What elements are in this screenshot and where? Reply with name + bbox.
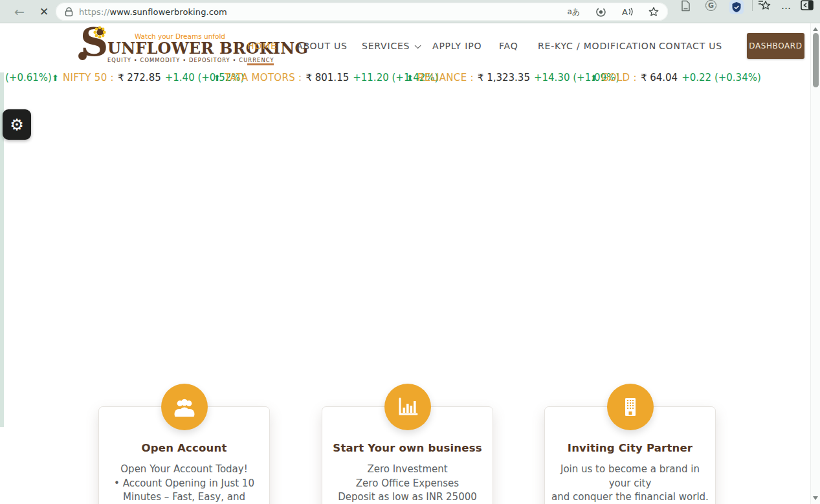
reading-mode-icon[interactable] — [681, 0, 691, 12]
building-icon — [607, 384, 654, 430]
ticker-item-tata-motors: ⬆ TATA MOTORS : ₹ 801.15 +11.20 (+1.42%) — [214, 72, 438, 83]
scrollbar-thumb[interactable] — [813, 33, 819, 87]
sidebar-toggle-icon[interactable] — [801, 0, 814, 10]
up-arrow-icon: ⬆ — [590, 73, 597, 83]
tracking-swirl-icon[interactable] — [595, 6, 606, 17]
lock-icon — [65, 7, 73, 17]
chevron-down-icon — [415, 42, 421, 49]
ticker-item-reliance: ⬆ RELIANCE : ₹ 1,323.35 +14.30 (+1.09%) — [406, 72, 619, 83]
up-arrow-icon: ⬆ — [406, 73, 414, 83]
stop-loading-button[interactable]: ✕ — [35, 0, 53, 23]
nav-item-about-us[interactable]: ABOUT US — [296, 41, 348, 51]
url-host: www.sunflowerbroking.com — [109, 7, 227, 17]
back-button[interactable]: ← — [10, 0, 28, 23]
sunflower-icon — [93, 26, 106, 41]
settings-widget-button[interactable]: ⚙ — [3, 109, 31, 140]
read-aloud-icon[interactable]: A — [622, 7, 633, 17]
nav-item-faq[interactable]: FAQ — [499, 41, 518, 51]
gear-icon: ⚙ — [10, 117, 24, 133]
url-scheme: https:// — [79, 7, 109, 17]
nav-item-rekyc-modification[interactable]: RE-KYC / MODIFICATION — [538, 41, 656, 51]
up-arrow-icon: ⬆ — [214, 73, 221, 83]
nav-item-home[interactable]: HOME — [247, 41, 277, 51]
ticker-partial-change: (+0.61%) — [5, 72, 52, 83]
page-scrollbar[interactable] — [810, 23, 820, 504]
card-start-business: Start Your own business Zero Investment … — [322, 406, 493, 504]
stock-ticker: (+0.61%) ⬆ NIFTY 50 : ₹ 272.85 +1.40 (+0… — [0, 69, 810, 87]
settings-menu-icon[interactable]: … — [781, 0, 792, 12]
card-title: Start Your own business — [322, 442, 493, 454]
url-text: https://www.sunflowerbroking.com — [79, 7, 227, 17]
toolbar-divider — [752, 0, 753, 11]
card-body: Open Your Account Today! • Account Openi… — [99, 463, 269, 504]
nav-item-contact-us[interactable]: CONTACT US — [659, 41, 722, 51]
ticker-item-gold: ⬆ GOLD : ₹ 64.04 +0.22 (+0.34%) — [590, 72, 761, 83]
site-header: S Watch your Dreams unfold UNFLOWER BROK… — [0, 23, 810, 69]
address-bar[interactable]: https://www.sunflowerbroking.com aあ A — [56, 3, 668, 21]
nav-item-services[interactable]: SERVICES — [362, 41, 419, 51]
users-group-icon — [161, 384, 208, 430]
scrollbar-down-arrow[interactable] — [813, 496, 818, 500]
card-body: Join us to become a brand in your city a… — [545, 463, 715, 504]
translate-icon[interactable]: aあ — [567, 6, 580, 17]
collections-icon[interactable] — [758, 0, 771, 12]
card-open-account: Open Account Open Your Account Today! • … — [98, 406, 270, 504]
logo-dot — [78, 52, 87, 60]
favorite-star-icon[interactable] — [648, 6, 659, 17]
dashboard-button[interactable]: DASHBOARD — [747, 33, 804, 59]
card-city-partner: Inviting City Partner Join us to become … — [544, 406, 716, 504]
shield-extension-icon[interactable] — [729, 0, 744, 14]
active-nav-underline — [247, 63, 274, 65]
bar-chart-icon — [384, 384, 431, 430]
card-title: Open Account — [99, 442, 269, 454]
card-body: Zero Investment Zero Office Expenses Dep… — [322, 463, 493, 504]
g-extension-icon[interactable]: G — [705, 0, 716, 11]
nav-item-apply-ipo[interactable]: APPLY IPO — [432, 41, 482, 51]
up-arrow-icon: ⬆ — [52, 73, 59, 83]
scrollbar-up-arrow[interactable] — [813, 27, 818, 31]
page-content: S Watch your Dreams unfold UNFLOWER BROK… — [0, 23, 810, 504]
browser-toolbar: ← ✕ https://www.sunflowerbroking.com aあ … — [0, 0, 820, 23]
logo-name: UNFLOWER BROKING — [107, 40, 227, 56]
logo-services-line: EQUITY • COMMODITY • DEPOSITORY • CURREN… — [107, 57, 227, 63]
card-title: Inviting City Partner — [545, 442, 715, 454]
site-logo[interactable]: S Watch your Dreams unfold UNFLOWER BROK… — [80, 25, 227, 67]
